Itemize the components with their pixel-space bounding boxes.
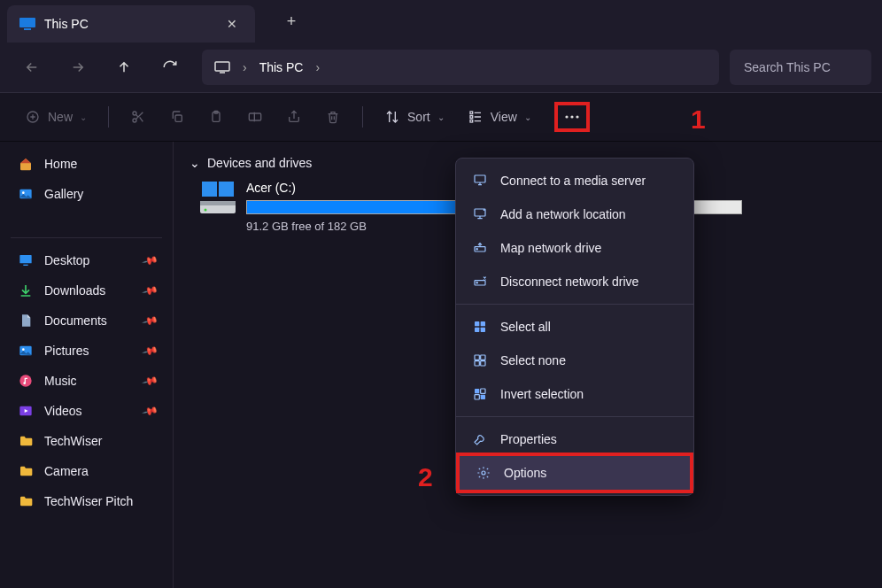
svg-rect-35 [475, 321, 479, 326]
svg-point-15 [576, 115, 578, 118]
svg-point-34 [476, 282, 477, 283]
wrench-icon [472, 431, 488, 447]
sidebar-item-desktop[interactable]: Desktop📌 [0, 245, 173, 275]
sort-label: Sort [407, 110, 430, 124]
selectnone-icon [472, 352, 488, 368]
disconnect-icon [472, 274, 488, 290]
tab-title: This PC [44, 17, 218, 31]
view-button[interactable]: View ⌄ [459, 101, 540, 133]
refresh-button[interactable] [149, 50, 191, 85]
folder-icon [18, 463, 34, 479]
menu-item-disconnect-network-drive[interactable]: Disconnect network drive [456, 265, 693, 298]
content-area: Home Gallery Desktop📌Downloads📌Documents… [0, 142, 882, 588]
rename-button[interactable] [238, 101, 272, 133]
sidebar-item-label: Home [44, 157, 77, 171]
new-tab-button[interactable]: + [276, 6, 306, 36]
svg-point-4 [133, 112, 136, 115]
svg-rect-19 [23, 265, 27, 266]
svg-point-17 [22, 191, 25, 194]
sidebar-item-techwiser-pitch[interactable]: TechWiser Pitch [0, 486, 173, 516]
tab-thispc[interactable]: This PC ✕ [7, 5, 255, 43]
menu-item-connect-to-a-media-server[interactable]: Connect to a media server [456, 164, 693, 197]
chevron-down-icon: ⌄ [80, 112, 87, 122]
menu-item-label: Properties [500, 432, 557, 446]
svg-rect-1 [24, 28, 31, 30]
search-placeholder: Search This PC [744, 60, 831, 74]
svg-rect-18 [19, 255, 31, 263]
svg-rect-12 [470, 120, 473, 122]
svg-rect-42 [481, 361, 485, 366]
menu-item-label: Add a network location [500, 207, 626, 221]
cut-button[interactable] [121, 101, 155, 133]
svg-rect-37 [475, 328, 479, 332]
drive-icon [200, 181, 236, 216]
new-button[interactable]: New ⌄ [16, 101, 96, 133]
sidebar-item-label: Pictures [44, 344, 89, 358]
menu-item-map-network-drive[interactable]: Map network drive [456, 231, 693, 265]
svg-rect-43 [475, 389, 479, 393]
svg-rect-41 [475, 361, 479, 366]
pin-icon: 📌 [142, 342, 159, 360]
svg-point-32 [476, 249, 477, 250]
addnet-icon [472, 206, 488, 222]
nav-bar: › This PC › Search This PC [0, 43, 882, 92]
clipboard-icon [208, 109, 224, 125]
folder-icon [18, 433, 34, 449]
sidebar-item-downloads[interactable]: Downloads📌 [0, 275, 173, 306]
svg-point-28 [205, 209, 207, 212]
svg-rect-2 [215, 62, 229, 71]
menu-item-select-all[interactable]: Select all [456, 310, 693, 344]
sidebar-item-home[interactable]: Home [0, 149, 173, 179]
menu-item-add-a-network-location[interactable]: Add a network location [456, 197, 693, 231]
menu-item-label: Select all [500, 320, 551, 334]
sidebar-item-gallery[interactable]: Gallery [0, 179, 173, 209]
cast-icon [472, 173, 488, 189]
svg-point-13 [565, 115, 568, 118]
trash-icon [325, 109, 341, 125]
tab-bar: This PC ✕ + [0, 0, 882, 43]
menu-item-invert-selection[interactable]: Invert selection [456, 377, 693, 411]
annotation-2: 2 [418, 462, 433, 492]
menu-item-label: Connect to a media server [500, 174, 646, 188]
sort-icon [384, 109, 400, 125]
sidebar-item-videos[interactable]: Videos📌 [0, 396, 173, 426]
sidebar-item-documents[interactable]: Documents📌 [0, 306, 173, 336]
svg-rect-27 [200, 201, 236, 205]
breadcrumb[interactable]: This PC [259, 60, 304, 74]
sidebar-item-pictures[interactable]: Pictures📌 [0, 336, 173, 366]
view-label: View [491, 110, 517, 124]
chevron-right-icon: › [315, 60, 320, 74]
paste-button[interactable] [199, 101, 233, 133]
search-input[interactable]: Search This PC [730, 50, 871, 85]
sidebar-item-camera[interactable]: Camera [0, 456, 173, 486]
sidebar-item-label: TechWiser Pitch [44, 494, 133, 508]
home-icon [18, 156, 34, 172]
divider [108, 106, 109, 128]
close-icon[interactable]: ✕ [227, 17, 237, 31]
sidebar-item-label: Gallery [44, 187, 83, 201]
sort-button[interactable]: Sort ⌄ [375, 101, 453, 133]
menu-item-properties[interactable]: Properties [456, 422, 693, 456]
forward-button[interactable] [57, 50, 99, 85]
videos-icon [18, 403, 34, 419]
more-button[interactable] [554, 102, 590, 132]
menu-item-select-none[interactable]: Select none [456, 344, 693, 377]
share-button[interactable] [277, 101, 311, 133]
svg-rect-0 [19, 18, 35, 27]
address-bar[interactable]: › This PC › [202, 50, 719, 85]
monitor-icon [214, 59, 230, 75]
copy-button[interactable] [160, 101, 194, 133]
scissors-icon [130, 109, 146, 125]
up-button[interactable] [103, 50, 145, 85]
gallery-icon [18, 186, 34, 202]
sidebar-item-techwiser[interactable]: TechWiser [0, 426, 173, 456]
sidebar-item-music[interactable]: Music📌 [0, 366, 173, 396]
delete-button[interactable] [316, 101, 350, 133]
sidebar-item-label: Music [44, 374, 77, 388]
svg-point-5 [133, 119, 136, 122]
back-button[interactable] [11, 50, 53, 85]
menu-item-options[interactable]: Options [456, 453, 693, 493]
pin-icon: 📌 [142, 251, 159, 269]
selectall-icon [472, 319, 488, 335]
view-icon [468, 109, 484, 125]
